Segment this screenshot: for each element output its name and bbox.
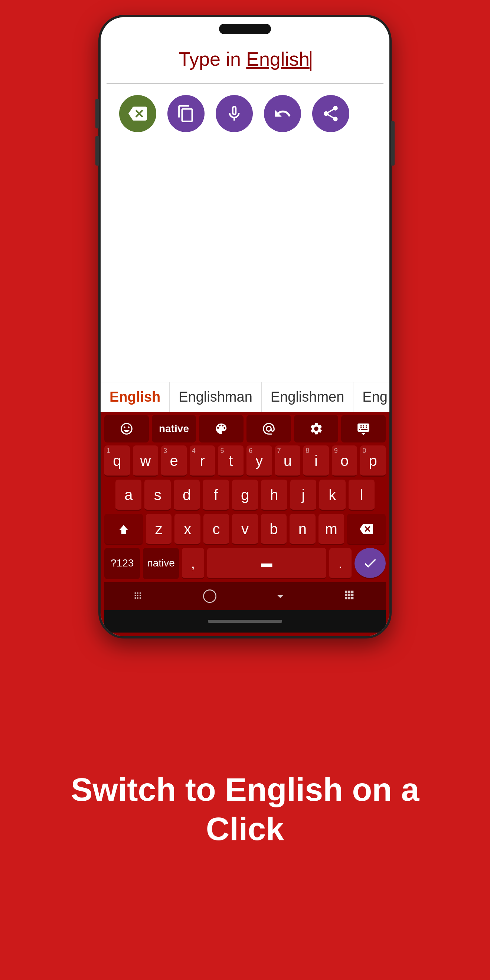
key-row-2: a s d f g h	[104, 480, 386, 511]
undo-button[interactable]	[264, 95, 301, 132]
key-y[interactable]: 6 y	[247, 445, 272, 477]
bottom-title-line2: Click	[206, 810, 284, 847]
autocomplete-item-english[interactable]: English	[100, 382, 170, 412]
key-m[interactable]: m	[318, 514, 344, 545]
highlighted-english-word: English	[246, 48, 310, 70]
checkmark-icon	[362, 555, 378, 571]
key-e[interactable]: 3 e	[161, 445, 187, 477]
key-row-3: z x c v b n	[104, 514, 386, 545]
shift-icon	[117, 522, 130, 536]
backspace-key-icon	[360, 522, 373, 536]
microphone-icon	[225, 104, 243, 123]
settings-button[interactable]	[294, 415, 339, 442]
native-language-button[interactable]: native	[152, 415, 196, 442]
key-b[interactable]: b	[261, 514, 286, 545]
key-f[interactable]: f	[203, 480, 229, 511]
text-input-area[interactable]: Type in English	[107, 36, 383, 84]
bottom-title-line1: Switch to English on a	[71, 771, 420, 808]
key-i[interactable]: 8 i	[303, 445, 329, 477]
home-nav-icon	[202, 589, 217, 604]
keyboard-hide-icon	[356, 422, 371, 436]
space-key[interactable]: ▬	[207, 548, 326, 579]
key-v[interactable]: v	[232, 514, 258, 545]
grid-nav-button[interactable]	[343, 589, 358, 604]
volume-up-button[interactable]	[95, 99, 99, 129]
key-a[interactable]: a	[115, 480, 142, 511]
autocomplete-item-englishman[interactable]: Englishman	[170, 382, 262, 412]
screen-content: Type in English	[100, 17, 390, 636]
share-button[interactable]	[312, 95, 349, 132]
text-prefix: Type in	[178, 48, 246, 70]
emoji-button[interactable]	[104, 415, 149, 442]
undo-icon	[273, 104, 292, 123]
home-nav-button[interactable]	[202, 589, 217, 604]
bottom-section: Switch to English on a Click	[41, 638, 449, 980]
numpad-key[interactable]: ?123	[104, 548, 140, 579]
key-row-4: ?123 native , ▬ .	[104, 548, 386, 579]
key-o[interactable]: 9 o	[332, 445, 358, 477]
key-x[interactable]: x	[175, 514, 200, 545]
theme-button[interactable]	[199, 415, 243, 442]
svg-point-0	[204, 590, 216, 602]
at-icon	[262, 422, 276, 436]
key-r[interactable]: 4 r	[190, 445, 215, 477]
emoji-icon	[119, 422, 134, 436]
comma-key[interactable]: ,	[182, 548, 204, 579]
back-nav-icon	[132, 589, 147, 604]
key-g[interactable]: g	[232, 480, 258, 511]
home-bar	[104, 610, 386, 633]
native-label: native	[159, 423, 189, 435]
key-k[interactable]: k	[319, 480, 345, 511]
share-icon	[321, 104, 340, 123]
autocomplete-bar: English Englishman Englishmen Eng	[100, 382, 390, 412]
key-p[interactable]: 0 p	[360, 445, 386, 477]
home-bar-indicator	[208, 620, 282, 623]
keyboard: native	[100, 412, 390, 636]
enter-key[interactable]	[355, 548, 386, 579]
settings-icon	[309, 422, 323, 436]
key-c[interactable]: c	[204, 514, 229, 545]
key-l[interactable]: l	[348, 480, 375, 511]
microphone-button[interactable]	[216, 95, 253, 132]
bottom-title: Switch to English on a Click	[71, 770, 420, 848]
palette-icon	[214, 422, 228, 436]
backspace-icon	[129, 104, 147, 123]
backspace-key[interactable]	[347, 514, 386, 545]
period-key[interactable]: .	[329, 548, 352, 579]
at-symbol-button[interactable]	[247, 415, 291, 442]
action-buttons-row	[100, 84, 390, 143]
phone-frame: Type in English	[99, 15, 391, 638]
shift-key[interactable]	[104, 514, 143, 545]
autocomplete-item-englishmen[interactable]: Englishmen	[262, 382, 354, 412]
key-j[interactable]: j	[290, 480, 316, 511]
keyboard-toolbar: native	[104, 415, 386, 442]
key-h[interactable]: h	[261, 480, 287, 511]
typed-text: Type in English	[178, 48, 312, 70]
nav-bar	[104, 582, 386, 610]
key-z[interactable]: z	[146, 514, 172, 545]
key-s[interactable]: s	[145, 480, 170, 511]
down-nav-button[interactable]	[273, 589, 288, 604]
key-d[interactable]: d	[174, 480, 200, 511]
copy-button[interactable]	[167, 95, 205, 132]
key-row-1: 1 q w 3 e 4 r 5	[104, 445, 386, 477]
text-cursor	[310, 51, 312, 71]
down-nav-icon	[273, 589, 288, 604]
key-w[interactable]: w	[133, 445, 159, 477]
key-q[interactable]: 1 q	[104, 445, 130, 477]
native-key[interactable]: native	[143, 548, 178, 579]
grid-nav-icon	[343, 589, 358, 604]
delete-button[interactable]	[119, 95, 156, 132]
hide-keyboard-button[interactable]	[341, 415, 386, 442]
key-n[interactable]: n	[290, 514, 315, 545]
key-u[interactable]: 7 u	[275, 445, 301, 477]
autocomplete-item-eng[interactable]: Eng	[353, 382, 390, 412]
key-t[interactable]: 5 t	[218, 445, 243, 477]
copy-icon	[177, 104, 195, 123]
spacer	[100, 143, 390, 382]
back-nav-button[interactable]	[132, 589, 147, 604]
phone-screen: Type in English	[100, 17, 390, 636]
volume-down-button[interactable]	[95, 136, 99, 165]
